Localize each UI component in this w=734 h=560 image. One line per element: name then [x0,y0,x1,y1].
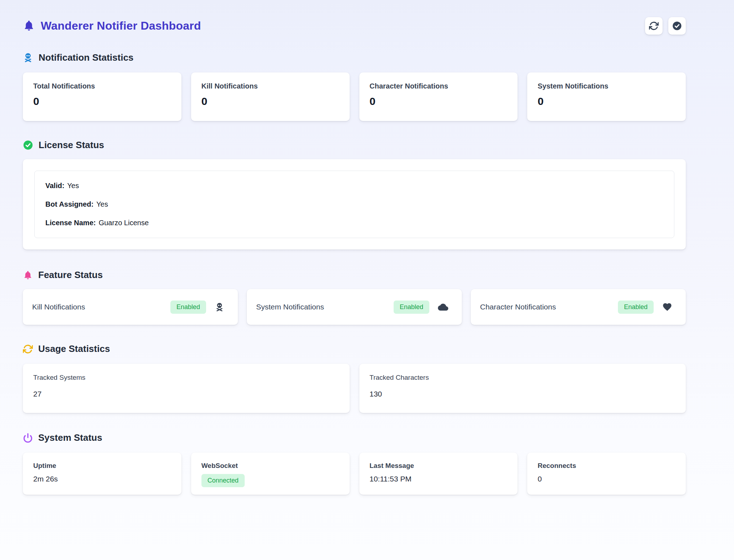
power-icon [23,433,33,443]
sync-amber-icon [23,344,33,354]
feature-label: Character Notifications [480,303,618,311]
section-title-text: Usage Statistics [38,343,110,354]
usage-card-tracked-characters: Tracked Characters 130 [359,364,686,413]
stat-card-system-notifications: System Notifications 0 [527,72,686,121]
stat-label: Character Notifications [370,82,508,90]
section-title-text: Feature Status [38,269,103,281]
stat-card-kill-notifications: Kill Notifications 0 [191,72,350,121]
sys-card-last-message: Last Message 10:11:53 PM [359,453,518,495]
feature-card-character-notifications: Character Notifications Enabled [471,289,686,325]
cloud-icon [438,302,448,312]
section-license-status: License Status [23,140,686,151]
section-system-status: System Status [23,432,686,443]
sys-card-uptime: Uptime 2m 26s [23,453,181,495]
feature-card-system-notifications: System Notifications Enabled [247,289,462,325]
stat-value: 0 [201,95,339,107]
license-field-value: Guarzo License [99,219,149,227]
license-bot-assigned-line: Bot Assigned:Yes [45,200,663,208]
sys-card-reconnects: Reconnects 0 [527,453,686,495]
stat-value: 0 [538,95,675,107]
license-field-label: Bot Assigned: [45,200,94,208]
enabled-badge: Enabled [394,301,429,314]
stat-label: Kill Notifications [201,82,339,90]
sys-value: 10:11:53 PM [370,475,508,483]
usage-label: Tracked Systems [33,374,339,382]
license-field-label: Valid: [45,182,64,190]
sys-value: 2m 26s [33,475,171,483]
skull-crossbones-icon [215,302,224,312]
section-feature-status: Feature Status [23,269,686,281]
license-valid-line: Valid:Yes [45,182,663,190]
refresh-icon [649,21,659,31]
notification-stats-grid: Total Notifications 0 Kill Notifications… [23,72,686,121]
usage-label: Tracked Characters [370,374,676,382]
stat-label: System Notifications [538,82,675,90]
sys-label: Reconnects [538,462,675,470]
usage-card-tracked-systems: Tracked Systems 27 [23,364,350,413]
sys-label: Uptime [33,462,171,470]
license-field-label: License Name: [45,219,96,227]
stat-value: 0 [33,95,171,107]
bell-pink-icon [23,270,33,280]
status-check-button[interactable] [668,17,686,35]
sys-value: 0 [538,475,675,483]
feature-label: System Notifications [256,303,394,311]
section-notification-statistics: Notification Statistics [23,52,686,63]
enabled-badge: Enabled [170,301,206,314]
heart-icon [662,302,672,312]
bell-icon [23,20,35,32]
stat-card-total-notifications: Total Notifications 0 [23,72,181,121]
stat-label: Total Notifications [33,82,171,90]
dashboard-page: Wanderer Notifier Dashboard [0,0,734,560]
feature-label: Kill Notifications [32,303,170,311]
check-circle-icon [672,21,682,31]
check-circle-green-icon [23,140,33,150]
usage-statistics-grid: Tracked Systems 27 Tracked Characters 13… [23,364,686,413]
enabled-badge: Enabled [618,301,654,314]
sys-label: WebSocket [201,462,339,470]
stat-value: 0 [370,95,508,107]
sys-label: Last Message [370,462,508,470]
feature-status-grid: Kill Notifications Enabled System N [23,289,686,325]
section-title-text: License Status [39,140,104,151]
connected-badge: Connected [201,474,245,487]
license-details-box: Valid:Yes Bot Assigned:Yes License Name:… [34,171,674,238]
license-field-value: Yes [96,200,108,208]
refresh-button[interactable] [645,17,663,35]
feature-card-kill-notifications: Kill Notifications Enabled [23,289,238,325]
section-usage-statistics: Usage Statistics [23,343,686,354]
license-card: Valid:Yes Bot Assigned:Yes License Name:… [23,159,686,249]
usage-value: 27 [33,390,339,398]
sys-card-websocket: WebSocket Connected [191,453,350,495]
skull-crossbones-icon [23,52,33,63]
section-title-text: Notification Statistics [39,52,134,63]
stat-card-character-notifications: Character Notifications 0 [359,72,518,121]
usage-value: 130 [370,390,676,398]
license-field-value: Yes [67,182,79,190]
system-status-grid: Uptime 2m 26s WebSocket Connected Last M… [23,453,686,495]
page-title: Wanderer Notifier Dashboard [41,19,201,32]
section-title-text: System Status [38,432,102,443]
license-name-line: License Name:Guarzo License [45,219,663,227]
header: Wanderer Notifier Dashboard [23,16,686,36]
